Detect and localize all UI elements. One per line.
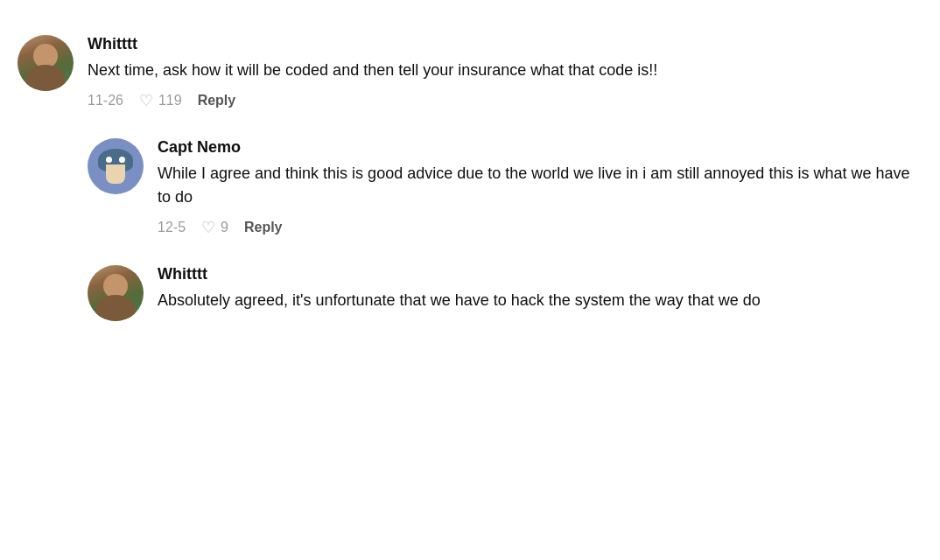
comment-item: Whitttt Next time, ask how it will be co… — [18, 21, 922, 124]
comment-text: While I agree and think this is good adv… — [158, 162, 922, 209]
comment-item: Whitttt Absolutely agreed, it's unfortun… — [88, 251, 922, 335]
comment-thread: Whitttt Next time, ask how it will be co… — [18, 21, 922, 335]
comment-username: Whitttt — [158, 265, 922, 284]
avatar — [88, 138, 144, 194]
comment-body: Capt Nemo While I agree and think this i… — [158, 138, 922, 237]
comment-body: Whitttt Absolutely agreed, it's unfortun… — [158, 265, 922, 312]
nemo-eye-right — [119, 157, 125, 163]
comment-likes: ♡ 119 — [139, 91, 182, 110]
heart-icon: ♡ — [139, 91, 153, 110]
likes-count: 119 — [158, 93, 182, 108]
comment-meta: 11-26 ♡ 119 Reply — [88, 91, 922, 110]
comment-date: 11-26 — [88, 93, 123, 108]
comment-item: Capt Nemo While I agree and think this i… — [88, 124, 922, 251]
nemo-body — [106, 164, 125, 184]
comment-username: Capt Nemo — [158, 138, 922, 157]
reply-button[interactable]: Reply — [244, 220, 283, 235]
comment-body: Whitttt Next time, ask how it will be co… — [88, 35, 922, 110]
avatar — [18, 35, 74, 91]
comment-likes: ♡ 9 — [201, 218, 228, 237]
nemo-avatar-inner — [98, 149, 133, 184]
avatar — [88, 265, 144, 321]
likes-count: 9 — [221, 220, 228, 235]
heart-icon: ♡ — [201, 218, 215, 237]
comment-date: 12-5 — [158, 220, 186, 235]
comment-text: Next time, ask how it will be coded and … — [88, 59, 922, 82]
comment-text: Absolutely agreed, it's unfortunate that… — [158, 289, 922, 312]
nemo-eye-left — [106, 157, 112, 163]
reply-button[interactable]: Reply — [198, 93, 236, 108]
comment-username: Whitttt — [88, 35, 922, 53]
comment-meta: 12-5 ♡ 9 Reply — [158, 218, 922, 237]
